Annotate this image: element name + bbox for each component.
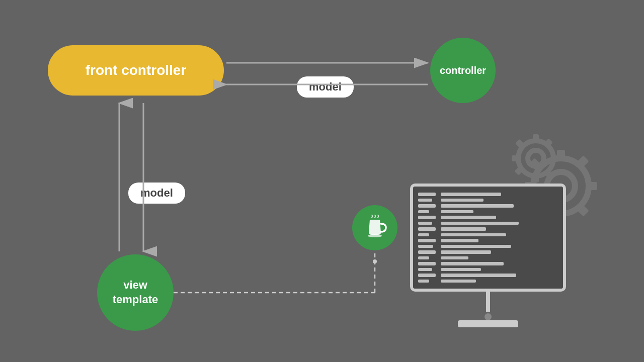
model-badge-vertical: model <box>128 183 185 204</box>
code-line <box>441 222 519 225</box>
code-line <box>441 274 516 277</box>
code-line <box>441 268 481 272</box>
model-badge-horizontal: model <box>297 76 354 98</box>
code-line <box>418 233 429 237</box>
front-controller-label: front controller <box>86 62 187 78</box>
code-line <box>441 280 476 283</box>
code-line <box>418 227 436 231</box>
code-line <box>441 227 486 231</box>
monitor <box>410 184 566 327</box>
controller-label: controller <box>440 65 486 76</box>
dashed-corner-dot <box>373 259 377 263</box>
code-line <box>418 256 429 260</box>
code-line <box>418 280 429 283</box>
svg-rect-16 <box>512 155 520 161</box>
code-line <box>418 245 433 248</box>
code-line <box>418 262 436 265</box>
code-line <box>441 250 491 254</box>
monitor-stand-neck <box>486 292 490 312</box>
code-line <box>441 216 496 219</box>
code-line <box>441 193 501 196</box>
svg-point-0 <box>368 234 382 237</box>
code-line <box>441 256 468 260</box>
java-node <box>352 205 397 250</box>
view-template-node: viewtemplate <box>97 254 174 331</box>
code-column-right <box>441 193 519 283</box>
monitor-screen-body <box>410 184 566 292</box>
svg-rect-14 <box>533 174 539 183</box>
code-line <box>441 199 484 202</box>
code-line <box>441 245 511 248</box>
code-column-left <box>418 193 436 283</box>
code-line <box>418 210 429 214</box>
code-line <box>441 210 473 214</box>
code-line <box>441 233 506 237</box>
java-icon <box>362 215 388 241</box>
monitor-stand-dot <box>485 313 492 320</box>
monitor-screen <box>413 187 563 289</box>
code-line <box>418 239 436 242</box>
svg-point-12 <box>528 150 544 166</box>
code-line <box>418 268 432 272</box>
svg-rect-5 <box>587 182 597 190</box>
code-line <box>418 216 436 219</box>
code-line <box>418 250 436 254</box>
code-line <box>418 274 436 277</box>
code-line <box>418 193 436 196</box>
view-template-label: viewtemplate <box>113 278 158 307</box>
monitor-stand-base <box>458 320 518 327</box>
code-line <box>418 204 436 208</box>
code-line <box>418 199 432 202</box>
front-controller-node: front controller <box>48 45 224 96</box>
code-line <box>418 222 432 225</box>
code-line <box>441 262 504 265</box>
code-line <box>441 204 514 208</box>
svg-rect-15 <box>552 155 560 161</box>
code-line <box>441 239 478 242</box>
controller-node: controller <box>430 38 496 103</box>
svg-rect-13 <box>533 134 539 142</box>
